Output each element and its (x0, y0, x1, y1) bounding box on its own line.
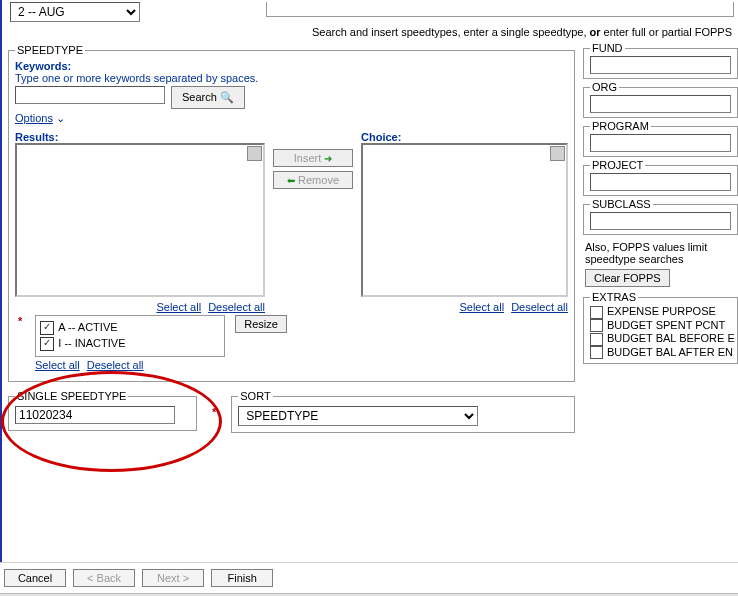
cancel-button[interactable]: Cancel (4, 569, 66, 587)
results-label: Results: (15, 131, 265, 143)
results-select-all[interactable]: Select all (156, 301, 201, 313)
extra-option[interactable]: BUDGET BAL AFTER EN (590, 346, 731, 360)
keywords-hint: Type one or more keywords separated by s… (15, 72, 568, 84)
chevron-down-icon: ⌄ (56, 112, 65, 124)
checkbox-icon (590, 333, 603, 346)
instruction-text: Search and insert speedtypes, enter a si… (6, 22, 738, 40)
month-select[interactable]: 2 -- AUG (10, 2, 140, 22)
sort-fieldset: SORT SPEEDTYPE (231, 390, 575, 433)
fund-input[interactable] (590, 56, 731, 74)
search-button[interactable]: Search 🔍 (171, 86, 245, 109)
finish-button[interactable]: Finish (211, 569, 273, 587)
checkbox-checked-icon: ✓ (40, 337, 54, 351)
results-deselect-all[interactable]: Deselect all (208, 301, 265, 313)
insert-button[interactable]: Insert ➜ (273, 149, 353, 167)
single-speedtype-legend: SINGLE SPEEDTYPE (15, 390, 128, 402)
required-marker: * (209, 406, 219, 418)
required-marker: * (15, 315, 25, 357)
keywords-label: Keywords: (15, 60, 568, 72)
program-fieldset: PROGRAM (583, 120, 738, 157)
wizard-bar: Cancel < Back Next > Finish (0, 562, 738, 593)
fopps-note: Also, FOPPS values limit speedtype searc… (583, 237, 738, 269)
next-button[interactable]: Next > (142, 569, 204, 587)
extras-fieldset: EXTRAS EXPENSE PURPOSE BUDGET SPENT PCNT… (583, 291, 738, 364)
scroll-thumb[interactable] (247, 146, 262, 161)
single-speedtype-input[interactable] (15, 406, 175, 424)
scroll-thumb[interactable] (550, 146, 565, 161)
program-input[interactable] (590, 134, 731, 152)
project-fieldset: PROJECT (583, 159, 738, 196)
status-active-row[interactable]: ✓A -- ACTIVE (40, 320, 220, 336)
checkbox-icon (590, 346, 603, 359)
checkbox-icon (590, 306, 603, 319)
extra-option[interactable]: EXPENSE PURPOSE (590, 305, 731, 319)
choice-listbox[interactable] (361, 143, 568, 297)
subclass-input[interactable] (590, 212, 731, 230)
status-inactive-row[interactable]: ✓I -- INACTIVE (40, 336, 220, 352)
arrow-left-icon: ⬅ (287, 175, 295, 186)
subclass-fieldset: SUBCLASS (583, 198, 738, 235)
choice-deselect-all[interactable]: Deselect all (511, 301, 568, 313)
checkbox-checked-icon: ✓ (40, 321, 54, 335)
resize-button[interactable]: Resize (235, 315, 287, 333)
single-speedtype-fieldset: SINGLE SPEEDTYPE (8, 390, 197, 431)
results-listbox[interactable] (15, 143, 265, 297)
sort-select[interactable]: SPEEDTYPE (238, 406, 478, 426)
keywords-input[interactable] (15, 86, 165, 104)
speedtype-legend: SPEEDTYPE (15, 44, 85, 56)
status-filter-box: ✓A -- ACTIVE ✓I -- INACTIVE (35, 315, 225, 357)
speedtype-fieldset: SPEEDTYPE Keywords: Type one or more key… (8, 44, 575, 382)
choice-label: Choice: (361, 131, 568, 143)
status-select-all[interactable]: Select all (35, 359, 80, 371)
back-button[interactable]: < Back (73, 569, 135, 587)
org-fieldset: ORG (583, 81, 738, 118)
clear-fopps-button[interactable]: Clear FOPPS (585, 269, 670, 287)
sort-legend: SORT (238, 390, 272, 402)
org-input[interactable] (590, 95, 731, 113)
fund-fieldset: FUND (583, 42, 738, 79)
search-icon: 🔍 (220, 91, 234, 103)
project-input[interactable] (590, 173, 731, 191)
extra-option[interactable]: BUDGET SPENT PCNT (590, 319, 731, 333)
remove-button[interactable]: ⬅ Remove (273, 171, 353, 189)
options-link[interactable]: Options (15, 112, 53, 124)
status-deselect-all[interactable]: Deselect all (87, 359, 144, 371)
choice-select-all[interactable]: Select all (459, 301, 504, 313)
extra-option[interactable]: BUDGET BAL BEFORE E (590, 332, 731, 346)
checkbox-icon (590, 319, 603, 332)
arrow-right-icon: ➜ (324, 153, 332, 164)
